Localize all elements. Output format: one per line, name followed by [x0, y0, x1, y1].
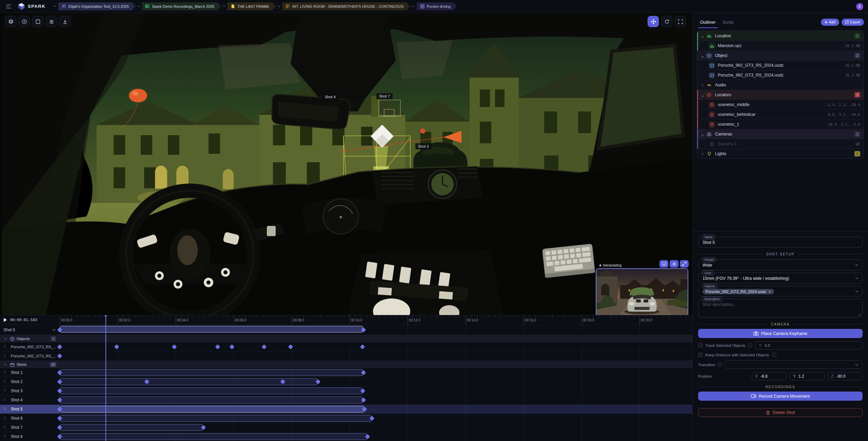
chevron-down-icon[interactable] — [52, 4, 58, 9]
chevron-right-icon[interactable]: › — [700, 82, 705, 88]
shot-track-row[interactable]: ⠿Shot 8 — [0, 432, 692, 441]
play-button[interactable] — [3, 318, 7, 322]
info-icon[interactable]: i — [718, 362, 722, 367]
position-z-input[interactable]: Z-30.0 — [828, 372, 863, 380]
keyframe-diamond[interactable] — [215, 344, 220, 349]
tab-script[interactable]: Script — [719, 18, 737, 27]
timeline-ruler[interactable]: 00:00.000:02.000:04.000:06.000:08.000:10… — [60, 315, 692, 324]
locator-row[interactable]: sceneloc_1 -10.4, 2.7, -3.0 — [697, 119, 864, 129]
compass-icon[interactable] — [19, 16, 30, 27]
chevron-down-icon[interactable]: ⌄ — [700, 131, 705, 138]
clip-bar[interactable] — [60, 415, 372, 422]
chevron-down-icon[interactable] — [410, 4, 416, 9]
screen-icon[interactable] — [659, 260, 668, 268]
info-icon[interactable]: i — [748, 343, 752, 348]
tab-recordings[interactable]: Spark Demo Recordings_March 2026 — [142, 2, 220, 10]
chevron-down-icon[interactable]: ⌄ — [700, 92, 705, 98]
group-object[interactable]: ⌄ Object 2 — [697, 50, 864, 60]
summary-lane[interactable] — [60, 325, 692, 335]
delete-shot-button[interactable]: Delete Shot — [698, 408, 863, 417]
tab-project[interactable]: THE LAST FRAME — [227, 2, 275, 10]
drag-handle-icon[interactable]: ⠿ — [3, 390, 8, 392]
chevron-down-icon[interactable]: ⌄ — [700, 52, 705, 59]
drag-handle-icon[interactable]: ⠿ — [3, 426, 8, 428]
shot-track-lane[interactable] — [60, 368, 692, 377]
objects-group-row[interactable]: Objects 2 — [0, 335, 692, 342]
object-track-lane[interactable] — [60, 352, 692, 360]
camera-preview-window[interactable] — [596, 268, 688, 315]
object-track-lane[interactable] — [60, 342, 692, 351]
shot-track-row[interactable]: ⠿Shot 2 — [0, 377, 692, 386]
group-location[interactable]: ⌄ Location 1 — [697, 31, 864, 41]
reset-view-icon[interactable] — [661, 16, 672, 27]
clip-bar[interactable] — [60, 378, 318, 385]
camera-row-hidden[interactable]: Camera 1 — [697, 139, 864, 149]
shot-marker-label[interactable]: Shot 3 — [415, 143, 432, 149]
shot-track-lane[interactable] — [60, 377, 692, 386]
shot-track-lane[interactable] — [60, 432, 692, 441]
clip-bar[interactable] — [60, 424, 203, 431]
move-tool-icon[interactable] — [648, 16, 659, 27]
playhead[interactable] — [105, 315, 106, 441]
shot-track-row[interactable]: ⠿Shot 7 — [0, 423, 692, 432]
chevron-down-icon[interactable] — [221, 4, 227, 9]
description-textarea[interactable]: Description Shot description... — [698, 299, 863, 318]
shot-track-lane[interactable] — [60, 405, 692, 414]
settings-gear-icon[interactable] — [5, 16, 16, 27]
shot-track-lane[interactable] — [60, 414, 692, 423]
shot-track-lane[interactable] — [60, 396, 692, 404]
locator-row[interactable]: sceneloc_middle -1.4, 2.3, -20.4 — [697, 100, 864, 109]
chevron-down-icon[interactable] — [276, 4, 282, 9]
lens-select[interactable]: Lens 15mm (FOV 79.39° - Ultra wide / est… — [698, 273, 863, 284]
drag-handle-icon[interactable]: ⠿ — [3, 372, 8, 374]
export-button[interactable]: Export — [842, 19, 864, 26]
asset-row[interactable]: Porsche_992_GT3_RS_2024.usdz 35.1 MB — [697, 70, 864, 80]
focus-target-icon[interactable] — [670, 260, 678, 268]
asset-row[interactable]: Porsche_992_GT3_RS_2024.usdz 35.1 MB — [697, 60, 864, 70]
shot-marker-label[interactable]: Shot 7 — [376, 93, 393, 99]
drag-handle-icon[interactable]: ⠿ — [3, 408, 8, 410]
group-lights[interactable]: › Lights 1 — [697, 149, 864, 159]
shot-track-lane[interactable] — [60, 423, 692, 432]
import-icon[interactable] — [59, 16, 71, 27]
shots-group-row[interactable]: Shots 10 — [0, 361, 692, 368]
clip-bar[interactable] — [60, 387, 363, 394]
tab-outliner[interactable]: Outliner — [697, 18, 719, 27]
track-selected-checkbox[interactable] — [698, 343, 703, 348]
drag-handle-icon[interactable]: ⠿ — [3, 355, 8, 357]
expand-icon[interactable] — [680, 260, 689, 268]
info-icon[interactable]: i — [772, 353, 776, 357]
group-cameras[interactable]: ⌄ Cameras 1 — [697, 129, 864, 139]
shot-track-row[interactable]: ⠿Shot 4 — [0, 396, 692, 405]
chevron-down-icon[interactable] — [3, 364, 8, 365]
drag-handle-icon[interactable]: ⠿ — [3, 436, 8, 438]
drag-handle-icon[interactable]: ⠿ — [3, 417, 8, 419]
object-track-row[interactable]: ⠿Porsche_992_GT3_RS_... — [0, 352, 692, 361]
shot-track-row[interactable]: ⠿Shot 3 — [0, 386, 692, 396]
keyframe-diamond[interactable] — [288, 344, 293, 349]
shot-track-row[interactable]: ⠿Shot 6 — [0, 414, 692, 423]
tab-organization[interactable]: Elijah's Organization Test_12.5.2025 — [58, 2, 135, 10]
name-field[interactable]: Name Shot 5 — [698, 237, 863, 248]
drag-handle-icon[interactable]: ⠿ — [3, 346, 8, 348]
tab-shot-board[interactable]: Porshe driving — [417, 2, 457, 10]
object-chip[interactable]: Porsche_992_GT3_RS_2024.usdz ✕ — [703, 289, 774, 294]
shot-marker-label[interactable]: Shot 4 — [322, 94, 338, 100]
fullscreen-icon[interactable] — [675, 16, 686, 27]
chevron-down-icon[interactable]: ⌄ — [700, 33, 705, 39]
shot-track-row-selected[interactable]: ⠿Shot 5 — [0, 405, 692, 414]
chevron-right-icon[interactable]: › — [700, 151, 705, 157]
frame-region-icon[interactable] — [32, 16, 43, 27]
chevron-down-icon[interactable] — [135, 4, 141, 9]
position-x-input[interactable]: X-6.8 — [752, 372, 787, 380]
chevron-down-icon[interactable] — [52, 329, 56, 331]
group-audio[interactable]: › Audio — [697, 80, 864, 90]
object-track-row[interactable]: ⠿Porsche_992_GT3_RS_... — [0, 342, 692, 352]
add-button[interactable]: Add — [821, 19, 839, 26]
chevron-down-icon[interactable] — [3, 338, 8, 340]
debug-bug-icon[interactable] — [46, 16, 57, 27]
drag-handle-icon[interactable]: ⠿ — [3, 381, 8, 383]
resize-handle[interactable] — [858, 313, 861, 316]
shot-track-row[interactable]: ⠿Shot 1 — [0, 368, 692, 377]
track-y-input[interactable]: Y 0.0 — [755, 341, 863, 350]
